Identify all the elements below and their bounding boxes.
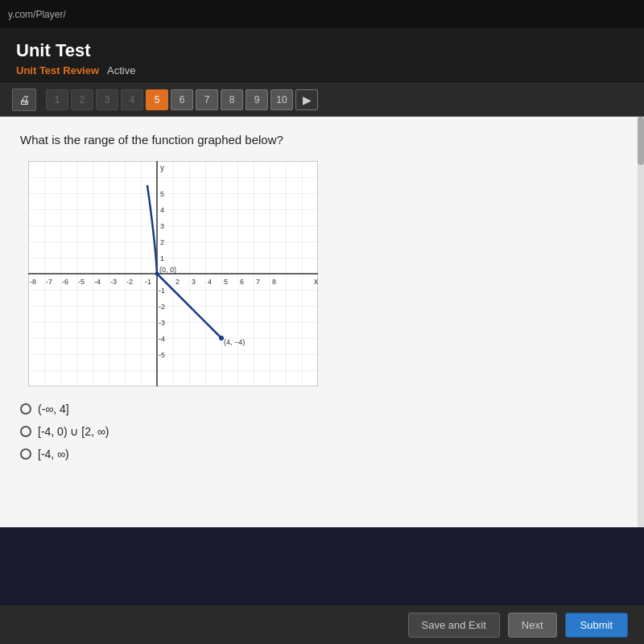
svg-text:-6: -6 [62,278,68,286]
svg-text:6: 6 [240,278,244,286]
svg-text:5: 5 [224,278,228,286]
radio-3[interactable] [20,448,31,460]
svg-text:4: 4 [208,278,212,286]
submit-button[interactable]: Submit [565,613,628,638]
bottom-bar: Save and Exit Next Submit [0,605,644,644]
endpoint-label: (4, −4) [224,338,245,346]
svg-text:3: 3 [160,222,164,230]
svg-text:-2: -2 [126,278,133,286]
svg-text:1: 1 [160,254,164,262]
radio-2[interactable] [20,426,31,437]
breadcrumb: Unit Test Review Active [16,64,628,76]
url-bar: y.com/Player/ [8,9,66,20]
graph-container: x -8 -7 -6 -5 -4 -3 -2 -1 2 3 4 5 6 7 8 … [28,161,318,386]
option-1-text: (-∞, 4] [38,402,69,415]
question-text: What is the range of the function graphe… [20,133,624,147]
page-btn-4[interactable]: 4 [121,89,143,110]
svg-text:-4: -4 [159,335,165,343]
option-3-text: [-4, ∞) [38,448,69,460]
page-btn-5[interactable]: 5 [146,89,168,110]
answer-options: (-∞, 4] [-4, 0) ∪ [2, ∞) [-4, ∞) [20,402,624,460]
svg-text:-3: -3 [110,278,117,286]
page-btn-7[interactable]: 7 [196,89,218,110]
svg-text:-2: -2 [159,303,165,311]
option-3[interactable]: [-4, ∞) [20,448,624,460]
svg-text:-5: -5 [159,351,165,359]
svg-text:-7: -7 [46,278,52,286]
save-exit-button[interactable]: Save and Exit [408,613,500,638]
option-2[interactable]: [-4, 0) ∪ [2, ∞) [20,425,624,438]
option-2-text: [-4, 0) ∪ [2, ∞) [38,425,109,438]
print-button[interactable]: 🖨 [12,89,36,111]
svg-text:5: 5 [160,190,164,198]
toolbar: 🖨 1 2 3 4 5 6 7 8 9 10 ▶ [0,84,644,117]
page-btn-9[interactable]: 9 [246,89,268,110]
svg-text:-3: -3 [159,319,165,327]
question-area: What is the range of the function graphe… [0,117,644,527]
scroll-thumb[interactable] [638,117,644,165]
svg-text:-1: -1 [159,287,165,295]
x-axis-label: x [314,277,318,286]
page-btn-8[interactable]: 8 [221,89,243,110]
scrollbar[interactable] [638,117,644,527]
origin-label: (0, 0) [159,266,176,274]
svg-text:-1: -1 [145,278,151,286]
y-axis-label: y [160,163,164,172]
page-btn-3[interactable]: 3 [96,89,118,110]
page-btn-2[interactable]: 2 [71,89,93,110]
svg-text:-4: -4 [94,278,101,286]
svg-text:2: 2 [175,278,180,286]
svg-text:4: 4 [160,206,164,214]
breadcrumb-active-status: Active [107,64,135,76]
endpoint-dot [219,336,224,341]
breadcrumb-link[interactable]: Unit Test Review [16,64,99,76]
page-btn-6[interactable]: 6 [171,89,193,110]
graph-svg: x -8 -7 -6 -5 -4 -3 -2 -1 2 3 4 5 6 7 8 … [28,161,318,386]
svg-text:-8: -8 [30,278,36,286]
option-1[interactable]: (-∞, 4] [20,402,624,415]
page-navigation: 1 2 3 4 5 6 7 8 9 10 ▶ [46,89,318,110]
next-page-arrow[interactable]: ▶ [295,89,318,110]
page-btn-10[interactable]: 10 [270,89,293,110]
origin-dot [155,272,159,276]
svg-text:8: 8 [272,278,276,286]
svg-text:3: 3 [192,278,196,286]
svg-text:7: 7 [256,278,260,286]
page-btn-1[interactable]: 1 [46,89,68,110]
page-title: Unit Test [16,40,628,61]
svg-text:-5: -5 [78,278,85,286]
svg-text:2: 2 [160,238,164,246]
radio-1[interactable] [20,403,31,415]
next-button[interactable]: Next [508,613,557,638]
